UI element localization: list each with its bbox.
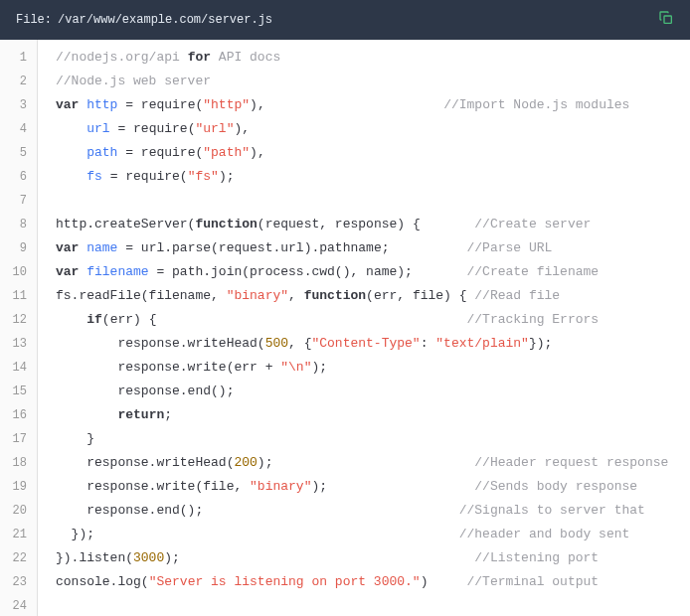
- code-line: var http = require("http"), //Import Nod…: [38, 93, 690, 117]
- copy-icon[interactable]: [658, 10, 674, 30]
- code-line: }); //header and body sent: [38, 523, 690, 546]
- file-header: File: /var/www/example.com/server.js: [0, 0, 690, 40]
- code-line: fs = require("fs");: [38, 165, 690, 189]
- file-label: File:: [16, 13, 52, 27]
- line-number: 8: [0, 213, 37, 236]
- code-line: if(err) { //Tracking Errors: [38, 308, 690, 332]
- line-number: 11: [0, 284, 37, 308]
- code-editor: 123456789101112131415161718192021222324 …: [0, 40, 690, 616]
- code-line: //nodejs.org/api for API docs: [38, 46, 690, 70]
- code-line: console.log("Server is listening on port…: [38, 570, 690, 594]
- line-number: 14: [0, 356, 37, 380]
- line-number: 23: [0, 570, 37, 594]
- code-line: path = require("path"),: [38, 141, 690, 165]
- line-number: 13: [0, 332, 37, 356]
- line-number-gutter: 123456789101112131415161718192021222324: [0, 40, 38, 616]
- line-number: 10: [0, 260, 37, 284]
- svg-rect-0: [664, 16, 671, 23]
- file-path: /var/www/example.com/server.js: [58, 13, 272, 27]
- code-line: url = require("url"),: [38, 117, 690, 141]
- line-number: 4: [0, 117, 37, 141]
- code-line: //Node.js web server: [38, 70, 690, 93]
- code-content[interactable]: //nodejs.org/api for API docs//Node.js w…: [38, 40, 690, 616]
- line-number: 22: [0, 546, 37, 570]
- code-line: }).listen(3000); //Listening port: [38, 546, 690, 570]
- line-number: 7: [0, 189, 37, 213]
- code-line: response.write(file, "binary"); //Sends …: [38, 475, 690, 499]
- code-line: response.writeHead(500, {"Content-Type":…: [38, 332, 690, 356]
- code-line: response.write(err + "\n");: [38, 356, 690, 380]
- code-line: return;: [38, 403, 690, 427]
- line-number: 19: [0, 475, 37, 499]
- line-number: 9: [0, 236, 37, 260]
- line-number: 24: [0, 594, 37, 616]
- line-number: 15: [0, 380, 37, 403]
- line-number: 17: [0, 427, 37, 451]
- code-line: var filename = path.join(process.cwd(), …: [38, 260, 690, 284]
- line-number: 1: [0, 46, 37, 70]
- code-line: fs.readFile(filename, "binary", function…: [38, 284, 690, 308]
- code-line: [38, 594, 690, 616]
- line-number: 21: [0, 523, 37, 546]
- code-line: var name = url.parse(request.url).pathna…: [38, 236, 690, 260]
- code-line: response.end();: [38, 380, 690, 403]
- code-line: }: [38, 427, 690, 451]
- line-number: 18: [0, 451, 37, 475]
- code-line: http.createServer(function(request, resp…: [38, 213, 690, 236]
- line-number: 6: [0, 165, 37, 189]
- line-number: 3: [0, 93, 37, 117]
- code-line: response.writeHead(200); //Header reques…: [38, 451, 690, 475]
- line-number: 12: [0, 308, 37, 332]
- code-line: response.end(); //Signals to server that: [38, 499, 690, 523]
- code-line: [38, 189, 690, 213]
- line-number: 5: [0, 141, 37, 165]
- line-number: 20: [0, 499, 37, 523]
- line-number: 2: [0, 70, 37, 93]
- line-number: 16: [0, 403, 37, 427]
